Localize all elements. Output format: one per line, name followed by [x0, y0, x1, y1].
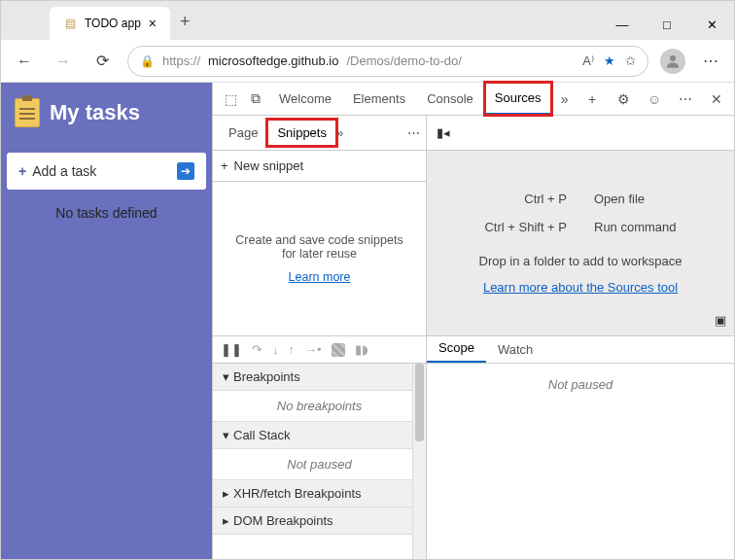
step-out-icon[interactable]: ↑: [289, 342, 296, 357]
new-tab-button[interactable]: +: [170, 4, 200, 40]
learn-sources-link[interactable]: Learn more about the Sources tool: [483, 280, 678, 295]
address-row: ← → ⟳ 🔒 https://microsoftedge.github.io/…: [1, 40, 734, 83]
step-icon[interactable]: →•: [304, 342, 322, 357]
debugger-panel: ❚❚ ↷ ↓ ↑ →• ▮◗ ▾ Breakpoints No breakpoi…: [213, 335, 734, 559]
pause-icon[interactable]: ❚❚: [221, 342, 242, 357]
kbd-run-command: Ctrl + Shift + P: [484, 220, 567, 234]
lbl-run-command: Run command: [594, 220, 677, 234]
not-paused-label: Not paused: [213, 449, 426, 480]
drop-hint: Drop in a folder to add to workspace: [479, 254, 682, 268]
close-tab-icon[interactable]: ×: [149, 16, 157, 31]
new-snippet-label: New snippet: [234, 158, 304, 173]
add-task-label: Add a task: [32, 163, 96, 179]
tab-page[interactable]: Page: [219, 120, 267, 146]
favorite-icon[interactable]: ★: [604, 53, 615, 68]
collections-icon[interactable]: ✩: [625, 53, 636, 68]
scope-tabs: Scope Watch: [427, 336, 734, 364]
breakpoints-header[interactable]: ▾ Breakpoints: [213, 364, 426, 391]
close-devtools-icon[interactable]: ✕: [705, 91, 728, 107]
right-top-bar: ▮◂: [427, 116, 734, 151]
left-kebab-icon[interactable]: ⋯: [407, 125, 420, 140]
no-tasks-label: No tasks defined: [7, 205, 206, 221]
shortcut-grid: Ctrl + P Open file Ctrl + Shift + P Run …: [484, 192, 676, 234]
minimize-button[interactable]: —: [600, 9, 645, 40]
refresh-button[interactable]: ⟳: [88, 48, 116, 75]
url-path: /Demos/demo-to-do/: [346, 53, 462, 68]
close-window-button[interactable]: ✕: [689, 9, 734, 40]
devtools: ⬚ ⧉ Welcome Elements Console Sources » +…: [212, 83, 734, 559]
tab-title: TODO app: [85, 17, 141, 30]
address-icons: A⁾ ★ ✩: [582, 53, 636, 68]
deactivate-bp-icon[interactable]: [332, 343, 345, 357]
device-toggle-icon[interactable]: ⧉: [244, 90, 267, 107]
kbd-open-file: Ctrl + P: [484, 192, 567, 206]
pause-exceptions-icon[interactable]: ▮◗: [355, 342, 368, 357]
more-menu-button[interactable]: ⋯: [697, 48, 724, 75]
new-tab-icon[interactable]: +: [580, 91, 604, 107]
svg-point-0: [670, 55, 676, 61]
callstack-header[interactable]: ▾ Call Stack: [213, 422, 426, 449]
tab-sources[interactable]: Sources: [485, 83, 551, 115]
submit-arrow-icon[interactable]: ➔: [177, 162, 194, 180]
url-scheme: https://: [162, 53, 200, 68]
snippet-hint: Create and save code snippets for later …: [230, 233, 408, 261]
debugger-left: ❚❚ ↷ ↓ ↑ →• ▮◗ ▾ Breakpoints No breakpoi…: [213, 336, 427, 559]
url-host: microsoftedge.github.io: [208, 53, 338, 68]
no-breakpoints-label: No breakpoints: [213, 391, 426, 422]
lock-icon: 🔒: [140, 54, 155, 68]
scope-not-paused: Not paused: [427, 364, 734, 559]
more-tabs-icon[interactable]: »: [553, 91, 577, 107]
address-bar[interactable]: 🔒 https://microsoftedge.github.io/Demos/…: [127, 46, 648, 77]
clipboard-icon: [15, 98, 40, 127]
tab-watch[interactable]: Watch: [486, 336, 544, 363]
read-aloud-icon[interactable]: A⁾: [582, 53, 594, 68]
more-left-tabs-icon[interactable]: »: [336, 125, 343, 140]
title-bar: ▤ TODO app × + — □ ✕: [1, 1, 734, 40]
scrollbar-thumb[interactable]: [415, 364, 424, 441]
profile-avatar[interactable]: [660, 49, 685, 74]
left-tabs: Page Snippets » ⋯: [213, 116, 426, 151]
toggle-sidebar-icon[interactable]: ▮◂: [437, 125, 450, 140]
browser-tab[interactable]: ▤ TODO app ×: [50, 7, 170, 40]
devtools-tabbar: ⬚ ⧉ Welcome Elements Console Sources » +…: [213, 83, 734, 116]
inspect-icon[interactable]: ⬚: [219, 91, 242, 107]
tab-welcome[interactable]: Welcome: [269, 84, 341, 114]
sources-right-pane: ▮◂ Ctrl + P Open file Ctrl + Shift + P R…: [427, 116, 734, 335]
app-body: + Add a task ➔ No tasks defined: [1, 143, 212, 559]
content: My tasks + Add a task ➔ No tasks defined…: [1, 83, 734, 559]
plus-icon: +: [221, 158, 228, 173]
app-pane: My tasks + Add a task ➔ No tasks defined: [1, 83, 212, 559]
lbl-open-file: Open file: [594, 192, 677, 206]
step-over-icon[interactable]: ↷: [252, 342, 262, 357]
add-task-input[interactable]: + Add a task ➔: [7, 153, 206, 190]
kebab-icon[interactable]: ⋯: [674, 91, 697, 107]
back-button[interactable]: ←: [11, 48, 38, 75]
window-controls: — □ ✕: [600, 9, 734, 40]
page-icon: ▤: [63, 17, 77, 30]
tab-scope[interactable]: Scope: [427, 334, 486, 363]
debugger-right: Scope Watch Not paused: [427, 336, 734, 559]
tab-strip: ▤ TODO app × +: [1, 1, 200, 40]
step-into-icon[interactable]: ↓: [272, 342, 279, 357]
xhr-bp-header[interactable]: ▸ XHR/fetch Breakpoints: [213, 480, 426, 508]
feedback-icon[interactable]: ☺: [643, 91, 666, 107]
tab-elements[interactable]: Elements: [343, 84, 415, 114]
plus-icon: +: [18, 163, 26, 179]
app-title: My tasks: [50, 100, 140, 125]
sources-left-pane: Page Snippets » ⋯ + New snippet Create a…: [213, 116, 427, 335]
scrollbar[interactable]: [412, 364, 426, 559]
forward-button[interactable]: →: [50, 48, 77, 75]
dom-bp-header[interactable]: ▸ DOM Breakpoints: [213, 508, 426, 535]
learn-more-link[interactable]: Learn more: [289, 270, 351, 284]
tab-console[interactable]: Console: [417, 84, 483, 114]
settings-icon[interactable]: ⚙: [612, 91, 635, 107]
devtools-body: Page Snippets » ⋯ + New snippet Create a…: [213, 116, 734, 335]
snippet-hint-area: Create and save code snippets for later …: [213, 182, 426, 335]
tab-snippets[interactable]: Snippets: [267, 120, 336, 146]
debugger-toolbar: ❚❚ ↷ ↓ ↑ →• ▮◗: [213, 336, 426, 364]
app-header: My tasks: [1, 83, 212, 143]
new-snippet-button[interactable]: + New snippet: [213, 151, 426, 182]
screenshot-icon[interactable]: ▣: [715, 313, 726, 328]
maximize-button[interactable]: □: [645, 9, 689, 40]
editor-placeholder: Ctrl + P Open file Ctrl + Shift + P Run …: [427, 151, 734, 335]
